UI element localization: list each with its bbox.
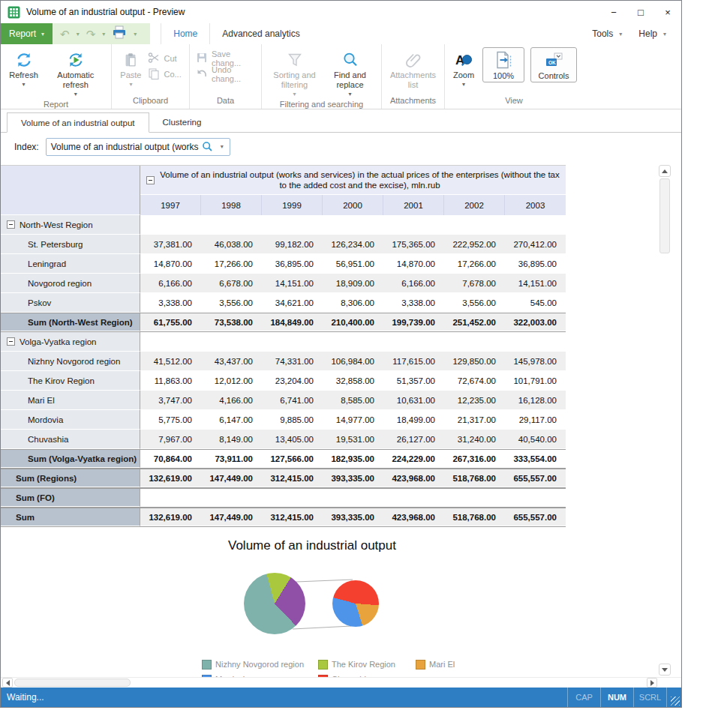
legend-swatch	[202, 660, 212, 670]
scroll-right-button[interactable]	[647, 678, 657, 688]
cell-value	[323, 489, 383, 506]
cell-value: 19,531.00	[323, 430, 383, 448]
ribbon-group-label: Report	[1, 98, 111, 109]
vertical-scroll-thumb[interactable]	[659, 178, 670, 253]
cell-value: 18,909.00	[323, 274, 383, 292]
undo-chevron-icon[interactable]: ▾	[77, 31, 80, 37]
year-header-cell[interactable]: 1998	[201, 195, 262, 215]
document-tabs: Volume of an industrial output Clusterin…	[1, 112, 681, 133]
table-row[interactable]: Mari El3,747.004,166.006,741.008,585.001…	[1, 391, 566, 410]
paste-button[interactable]: Paste ▾	[116, 47, 145, 88]
table-row[interactable]: Leningrad14,870.0017,266.0036,895.0056,9…	[1, 254, 566, 274]
year-header-cell[interactable]: 2002	[444, 195, 505, 215]
table-row[interactable]: Sum (FO)	[1, 488, 566, 508]
doc-tab-volume[interactable]: Volume of an industrial output	[7, 112, 149, 133]
index-row: Index: Volume of an industrial output (w…	[1, 133, 681, 160]
automatic-refresh-button[interactable]: Automatic refresh ▾	[45, 47, 107, 98]
collapse-icon[interactable]	[7, 337, 15, 346]
cell-value: 73,911.00	[201, 450, 262, 467]
chevron-down-icon: ▾	[41, 31, 44, 37]
vertical-scrollbar[interactable]	[659, 165, 671, 676]
chevron-down-icon: ▾	[129, 82, 132, 88]
horizontal-scrollbar[interactable]	[1, 677, 681, 688]
find-replace-button[interactable]: Find and replace ▾	[326, 47, 375, 98]
refresh-button[interactable]: Refresh ▾	[5, 47, 42, 88]
search-icon[interactable]	[201, 141, 215, 152]
minimize-button[interactable]: −	[600, 1, 627, 23]
resize-grip[interactable]	[666, 688, 681, 707]
table-row[interactable]: Mordovia5,775.006,147.009,885.0014,977.0…	[1, 410, 566, 430]
cell-value	[505, 332, 566, 351]
attachments-list-button[interactable]: Attachments list	[386, 47, 441, 91]
table-row[interactable]: Volga-Vyatka region	[1, 332, 566, 352]
window-title: Volume of an industrial output - Preview	[26, 7, 185, 17]
table-row[interactable]: St. Petersburg37,381.0046,038.0099,182.0…	[1, 235, 566, 254]
cell-value: 29,117.00	[505, 410, 566, 429]
table-row[interactable]: Sum (Volga-Vyatka region)70,864.0073,911…	[1, 449, 566, 469]
year-header-cell[interactable]: 2001	[383, 195, 444, 215]
scroll-up-button[interactable]	[659, 165, 671, 177]
title-bar[interactable]: Volume of an industrial output - Preview…	[1, 1, 681, 23]
cell-value: 74,331.00	[262, 352, 323, 370]
cut-button[interactable]: Cut	[145, 50, 184, 66]
table-row[interactable]: Sum132,619.00147,449.00312,415.00393,335…	[1, 508, 566, 527]
table-row[interactable]: Pskov3,338.003,556.0034,621.008,306.003,…	[1, 293, 566, 313]
scroll-down-button[interactable]	[659, 664, 671, 676]
cell-value	[323, 215, 383, 234]
table-row[interactable]: The Kirov Region11,863.0012,012.0023,204…	[1, 371, 566, 391]
maximize-button[interactable]: □	[627, 1, 654, 23]
row-label: Chuvashia	[1, 430, 140, 449]
cell-value: 36,895.00	[262, 254, 323, 273]
table-row[interactable]: Nizhny Novgorod region41,512.0043,437.00…	[1, 352, 566, 371]
row-label: Sum (Volga-Vyatka region)	[1, 450, 140, 468]
undo-changes-button[interactable]: Undo chang...	[193, 66, 258, 82]
help-menu[interactable]: Help ▾	[632, 28, 672, 39]
horizontal-scroll-thumb[interactable]	[14, 679, 131, 687]
svg-text:OK: OK	[548, 60, 556, 65]
cell-value: 6,166.00	[383, 274, 444, 292]
chevron-down-icon[interactable]: ▾	[215, 143, 230, 150]
app-icon	[8, 6, 20, 19]
redo-chevron-icon[interactable]: ▾	[102, 31, 105, 37]
table-row[interactable]: Novgorod region6,166.006,678.0014,151.00…	[1, 274, 566, 293]
cell-value: 393,335.00	[323, 469, 383, 487]
year-header-cell[interactable]: 2003	[505, 195, 566, 215]
collapse-icon[interactable]	[7, 220, 15, 229]
report-menu-button[interactable]: Report ▾	[1, 23, 53, 44]
year-header-cell[interactable]: 1999	[262, 195, 323, 215]
cell-value: 12,012.00	[201, 371, 262, 390]
collapse-icon[interactable]	[146, 176, 155, 184]
cell-value	[383, 332, 444, 351]
doc-tab-clustering[interactable]: Clustering	[149, 112, 215, 132]
table-row[interactable]: Sum (Regions)132,619.00147,449.00312,415…	[1, 469, 566, 488]
ribbon-group-label: View	[445, 94, 583, 109]
cell-value: 7,967.00	[140, 430, 201, 448]
print-icon[interactable]	[112, 25, 127, 42]
print-chevron-icon[interactable]: ▾	[134, 31, 137, 37]
table-row[interactable]: Chuvashia7,967.008,149.0013,405.0019,531…	[1, 430, 566, 449]
close-button[interactable]: ×	[654, 1, 681, 23]
table-row[interactable]: Sum (North-West Region)61,755.0073,538.0…	[1, 313, 566, 332]
measure-title: Volume of an industrial output (works an…	[160, 169, 560, 191]
measure-header[interactable]: Volume of an industrial output (works an…	[140, 166, 566, 194]
redo-icon[interactable]: ↷	[86, 28, 96, 40]
zoom-button[interactable]: A Zoom ▾	[449, 47, 478, 88]
copy-button[interactable]: Co...	[145, 66, 184, 82]
save-changes-button[interactable]: Save chang...	[193, 50, 258, 66]
cell-value: 37,381.00	[140, 235, 201, 253]
year-header-cell[interactable]: 1997	[140, 195, 201, 215]
cell-value	[383, 215, 444, 234]
ribbon-tab-advanced-analytics[interactable]: Advanced analytics	[210, 23, 311, 44]
tools-menu[interactable]: Tools ▾	[586, 28, 628, 39]
ribbon-tab-home[interactable]: Home	[161, 23, 210, 44]
cell-value: 23,204.00	[262, 371, 323, 390]
scroll-left-button[interactable]	[2, 678, 13, 688]
index-combobox[interactable]: Volume of an industrial output (works an…	[46, 138, 230, 156]
undo-icon[interactable]: ↶	[60, 28, 70, 40]
table-row[interactable]: North-West Region	[1, 215, 566, 235]
sorting-filtering-button[interactable]: Sorting and filtering ▾	[269, 47, 321, 98]
cell-value: 14,870.00	[383, 254, 444, 273]
zoom-100-button[interactable]: 100%	[482, 47, 524, 82]
year-header-cell[interactable]: 2000	[323, 195, 383, 215]
controls-button[interactable]: OK Controls	[530, 47, 577, 82]
